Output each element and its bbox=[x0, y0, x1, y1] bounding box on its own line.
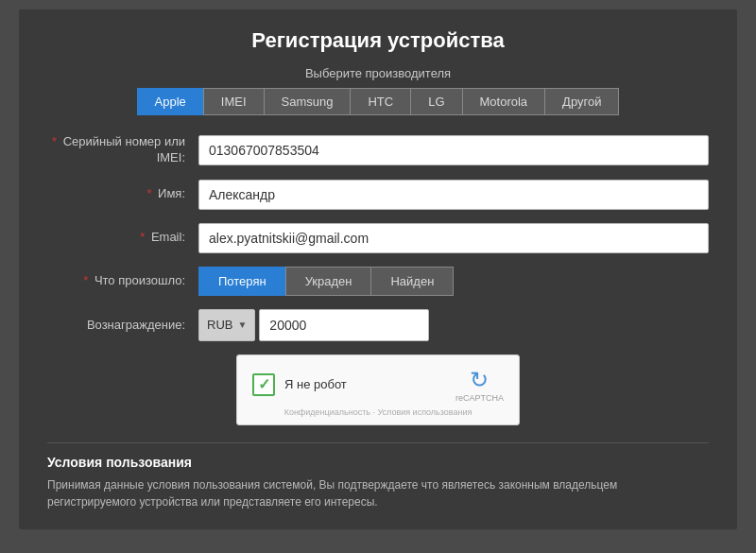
serial-label: * Серийный номер или IMEI: bbox=[47, 134, 198, 166]
required-star-incident: * bbox=[83, 273, 88, 287]
tab-htc[interactable]: HTC bbox=[350, 88, 410, 115]
email-row: * Email: bbox=[47, 223, 709, 253]
currency-select[interactable]: RUB ▼ bbox=[198, 309, 255, 341]
email-input[interactable] bbox=[198, 223, 709, 253]
captcha-checkbox[interactable]: ✓ bbox=[252, 373, 275, 396]
incident-options: Потерян Украден Найден bbox=[198, 267, 454, 296]
captcha-check-area: ✓ Я не робот bbox=[252, 373, 347, 396]
terms-section: Условия пользования Принимая данные усло… bbox=[47, 442, 709, 510]
incident-label: * Что произошло: bbox=[47, 273, 198, 289]
captcha-footer: Конфиденциальность · Условия использован… bbox=[252, 407, 504, 417]
tab-other[interactable]: Другой bbox=[544, 88, 619, 115]
reward-row: Вознаграждение: RUB ▼ bbox=[47, 309, 709, 341]
captcha-logo: ↻ reCAPTCHA bbox=[455, 367, 504, 403]
checkmark-icon: ✓ bbox=[258, 375, 270, 393]
incident-found[interactable]: Найден bbox=[370, 267, 454, 296]
required-star-name: * bbox=[146, 186, 151, 200]
name-row: * Имя: bbox=[47, 180, 709, 210]
manufacturer-label: Выберите производителя bbox=[47, 66, 709, 80]
serial-row: * Серийный номер или IMEI: bbox=[47, 134, 709, 166]
captcha-box[interactable]: ✓ Я не робот ↻ reCAPTCHA Конфиденциально… bbox=[236, 354, 520, 425]
serial-input[interactable] bbox=[198, 135, 709, 165]
manufacturer-tabs: Apple IMEI Samsung HTC LG Motorola Друго… bbox=[47, 88, 709, 115]
required-star-email: * bbox=[140, 230, 145, 244]
terms-text: Принимая данные условия пользования сист… bbox=[47, 476, 709, 510]
captcha-text: Я не робот bbox=[284, 377, 347, 391]
incident-lost[interactable]: Потерян bbox=[198, 267, 285, 296]
reward-label: Вознаграждение: bbox=[47, 318, 198, 332]
incident-stolen[interactable]: Украден bbox=[285, 267, 371, 296]
captcha-inner: ✓ Я не робот ↻ reCAPTCHA bbox=[252, 367, 504, 403]
terms-title: Условия пользования bbox=[47, 455, 709, 470]
recaptcha-icon: ↻ bbox=[470, 367, 489, 393]
tab-lg[interactable]: LG bbox=[410, 88, 461, 115]
name-label: * Имя: bbox=[47, 186, 198, 202]
reward-input[interactable] bbox=[259, 309, 429, 341]
incident-row: * Что произошло: Потерян Украден Найден bbox=[47, 267, 709, 296]
required-star: * bbox=[52, 134, 57, 148]
captcha-brand: reCAPTCHA bbox=[455, 393, 504, 403]
name-input[interactable] bbox=[198, 180, 709, 210]
tab-samsung[interactable]: Samsung bbox=[264, 88, 351, 115]
captcha-row: ✓ Я не робот ↻ reCAPTCHA Конфиденциально… bbox=[47, 354, 709, 425]
page-title: Регистрация устройства bbox=[47, 28, 709, 53]
chevron-down-icon: ▼ bbox=[237, 320, 247, 330]
main-container: Регистрация устройства Выберите производ… bbox=[19, 9, 737, 529]
tab-imei[interactable]: IMEI bbox=[203, 88, 264, 115]
tab-apple[interactable]: Apple bbox=[137, 88, 203, 115]
email-label: * Email: bbox=[47, 230, 198, 246]
tab-motorola[interactable]: Motorola bbox=[462, 88, 545, 115]
currency-value: RUB bbox=[207, 318, 232, 332]
